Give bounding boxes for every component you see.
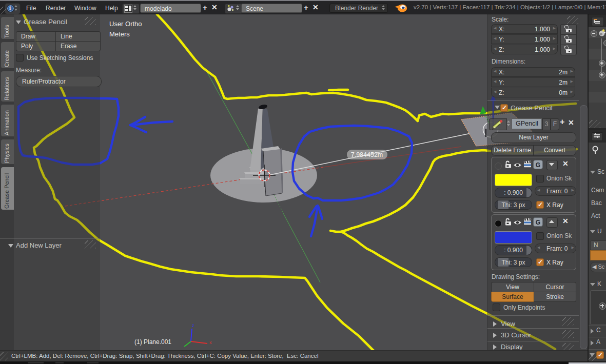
svg-text:z: z <box>192 323 194 328</box>
svg-text:7.984452m: 7.984452m <box>351 151 383 158</box>
svg-text:x: x <box>209 340 212 345</box>
